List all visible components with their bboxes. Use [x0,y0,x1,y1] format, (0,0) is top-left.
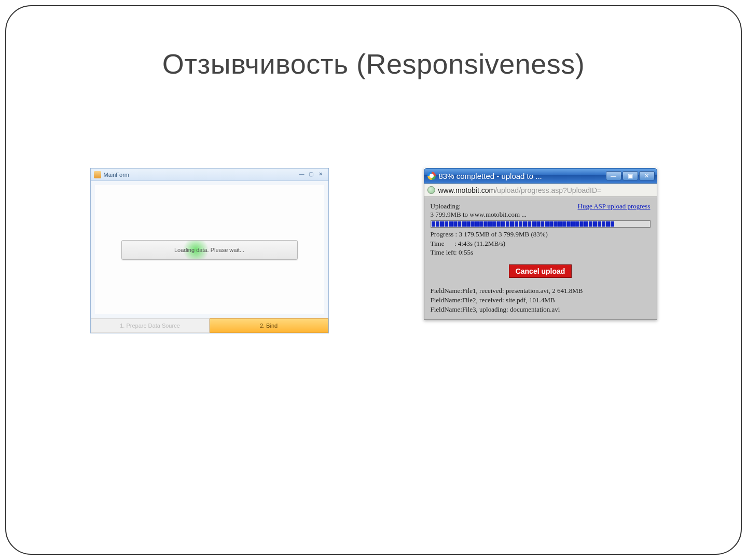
url-path: /upload/progress.asp?UploadID= [495,186,601,194]
upload-progress-link[interactable]: Huge ASP upload progress [578,202,651,211]
progress-segment-empty [637,221,640,227]
upload-title-text: 83% completted - upload to ... [439,172,542,180]
step-bind[interactable]: 2. Bind [210,318,328,333]
progress-segment-filled [584,221,588,227]
time-line: Time : 4:43s (11.2MB/s) [431,239,651,248]
progress-segment-empty [628,221,631,227]
close-button[interactable]: ✕ [316,171,325,178]
slide-frame: Отзывчивость (Responsiveness) MainForm —… [5,5,742,555]
progress-segment-filled [492,221,496,227]
slide-content: MainForm — ▢ ✕ Loading data. Please wait… [37,168,710,333]
progress-segment-empty [619,221,623,227]
progress-segment-filled [602,221,605,227]
upload-minimize-button[interactable]: — [606,171,621,180]
mainform-body: Loading data. Please wait... [91,181,328,318]
progress-segment-filled [606,221,610,227]
progress-segment-filled [445,221,448,227]
globe-icon [427,186,435,194]
progress-segment-filled [466,221,470,227]
progress-segment-filled [519,221,522,227]
progress-segment-filled [536,221,540,227]
loading-indicator: Loading data. Please wait... [121,240,298,260]
progress-segment-empty [615,221,618,227]
progress-segment-filled [453,221,457,227]
step-prepare-data-source[interactable]: 1. Prepare Data Source [91,318,210,333]
progress-segment-filled [580,221,584,227]
address-bar[interactable]: www.motobit.com/upload/progress.asp?Uplo… [424,184,657,197]
progress-segment-filled [575,221,579,227]
progress-segment-filled [528,221,531,227]
progress-segment-filled [545,221,548,227]
progress-segment-filled [484,221,488,227]
progress-segment-filled [567,221,571,227]
progress-segment-filled [571,221,575,227]
loading-text: Loading data. Please wait... [174,247,244,253]
mainform-title-text: MainForm [104,172,130,178]
progress-segment-filled [515,221,518,227]
progress-segment-filled [497,221,501,227]
upload-maximize-button[interactable]: ▣ [622,171,638,180]
progress-segment-filled [541,221,544,227]
progress-segment-filled [506,221,509,227]
cancel-upload-button[interactable]: Cancel upload [509,264,572,278]
url-domain: www.motobit.com [438,186,495,194]
progress-segment-filled [554,221,557,227]
progress-segment-filled [471,221,474,227]
mainform-steps: 1. Prepare Data Source 2. Bind [91,318,328,333]
upload-close-button[interactable]: ✕ [639,171,655,180]
progress-segment-empty [645,221,649,227]
progress-segment-filled [510,221,514,227]
progress-segment-filled [488,221,492,227]
progress-segment-filled [462,221,465,227]
file-status-1: FieldName:File1, received: presentation.… [431,286,651,296]
progress-segment-filled [523,221,527,227]
progress-segment-filled [479,221,483,227]
progress-segment-filled [436,221,439,227]
progress-segment-empty [641,221,645,227]
slide-title: Отзывчивость (Responsiveness) [37,48,710,80]
time-left-line: Time left: 0:55s [431,248,651,257]
mainform-app-icon [94,171,101,178]
maximize-button[interactable]: ▢ [307,171,316,178]
progress-segment-filled [440,221,444,227]
progress-segment-filled [432,221,435,227]
file-status-3: FieldName:File3, uploading: documentatio… [431,305,651,314]
uploading-label: Uploading: [431,202,461,211]
progress-bar [431,220,651,228]
progress-segment-filled [501,221,505,227]
progress-segment-filled [475,221,479,227]
upload-window: 83% completted - upload to ... — ▣ ✕ www… [424,168,657,320]
progress-segment-filled [558,221,562,227]
progress-segment-filled [589,221,592,227]
mainform-window: MainForm — ▢ ✕ Loading data. Please wait… [90,168,329,333]
mainform-titlebar[interactable]: MainForm — ▢ ✕ [91,169,328,181]
progress-line: Progress : 3 179.5MB of 3 799.9MB (83%) [431,230,651,239]
upload-titlebar[interactable]: 83% completted - upload to ... — ▣ ✕ [424,168,657,184]
upload-page: Uploading: Huge ASP upload progress 3 79… [424,197,657,320]
progress-segment-filled [593,221,597,227]
progress-segment-empty [624,221,627,227]
progress-segment-empty [632,221,636,227]
progress-segment-filled [611,221,614,227]
progress-segment-filled [449,221,452,227]
upload-dest-line: 3 799.9MB to www.motobit.com ... [431,211,651,219]
minimize-button[interactable]: — [297,171,307,178]
progress-segment-filled [532,221,535,227]
progress-segment-filled [562,221,566,227]
progress-segment-filled [598,221,601,227]
file-status-2: FieldName:File2, received: site.pdf, 101… [431,296,651,305]
progress-segment-filled [549,221,553,227]
chrome-icon [427,172,436,180]
progress-segment-filled [458,221,461,227]
